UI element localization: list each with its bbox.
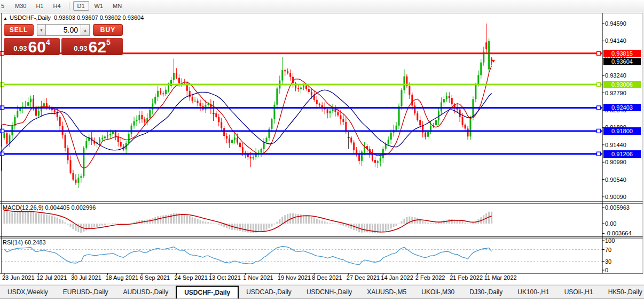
chart-tab-usdcnh-daily[interactable]: USDCNH-,Daily [299,286,359,298]
trading-terminal: 5M30H1H4D1W1MN ▲USDCHF-,Daily 0.93603 0.… [0,0,644,299]
date-label: 27 Dec 2021 [347,274,380,281]
level-price-label: 0.91206 [603,150,641,158]
timeframe-button-mn[interactable]: MN [108,1,126,11]
date-label: 1 Nov 2021 [243,274,273,281]
date-label: 11 Mar 2022 [484,274,517,281]
level-price-label: 0.91800 [603,127,641,135]
volume-increase-button[interactable]: ▲ [81,24,90,36]
triangle-down-icon: ▼ [40,28,43,32]
price-tick-label: 0.93240 [605,72,626,79]
timeframe-button-m30[interactable]: M30 [11,1,30,11]
price-tick-label: 0.90990 [605,159,626,165]
ohlc-close: 0.93604 [123,14,144,21]
chart-tab-uk100-h1[interactable]: UK100-,H1 [510,286,556,298]
timeframe-button-w1[interactable]: W1 [90,1,108,11]
sell-price-base: 0.93 [13,44,27,52]
price-tick-label: 0.91440 [605,142,626,148]
level-price-label: 0.93815 [603,50,641,57]
collapse-icon[interactable]: ▲ [3,16,7,21]
price-tick-label: 0.90090 [605,194,626,200]
buy-price-pips: 62 [89,40,106,54]
volume-input[interactable]: 5.00 [46,24,81,36]
sell-price-pipette: 4 [46,38,50,47]
timeframe-button-d1[interactable]: D1 [73,1,89,11]
chart-tab-ukoil-m30[interactable]: UKOil-,M30 [414,286,462,298]
buy-button[interactable]: BUY [93,24,123,36]
price-tick-label: 0.90540 [605,177,626,183]
date-label: 14 Jan 2022 [381,274,413,281]
rsi-tick-label: 70 [605,247,611,253]
rsi-tick-label: 100 [605,237,615,244]
current-price-label: 0.93604 [603,58,641,65]
chart-tab-xauusd-m5[interactable]: XAUUSD-,M5 [359,286,414,298]
price-tick-label: 0.92790 [605,90,626,96]
chart-window: ▲USDCHF-,Daily 0.93603 0.93607 0.93602 0… [0,13,644,284]
date-label: 12 Jul 2021 [36,274,67,281]
chart-header: ▲USDCHF-,Daily 0.93603 0.93607 0.93602 0… [3,14,144,21]
level-price-label: 0.92403 [603,104,641,111]
sell-price-pips: 60 [28,40,46,54]
chart-tab-usoil-h1[interactable]: USOil-,H1 [557,286,601,298]
chart-tab-audusd-daily[interactable]: AUDUSD-,Daily [115,286,176,298]
macd-tick-label: 0.00 [605,220,616,227]
sell-button[interactable]: SELL [4,24,34,36]
date-label: 23 Jun 2021 [2,274,35,281]
timeframe-button-5[interactable]: 5 [0,1,10,11]
date-label: 19 Nov 2021 [278,274,311,281]
price-tick-label: 0.94590 [605,20,626,27]
buy-price-base: 0.93 [74,44,87,52]
sell-price-display[interactable]: 0.93 60 4 [4,38,60,55]
buy-price-pipette: 5 [106,38,111,47]
timeframe-toolbar: 5M30H1H4D1W1MN [0,0,644,12]
rsi-tick-label: 0 [605,267,608,273]
macd-tick-label: -0.003664 [605,230,632,236]
date-label: 13 Oct 2021 [209,274,241,281]
triangle-up-icon: ▲ [83,28,87,32]
ohlc-high: 0.93607 [77,14,98,21]
chart-tab-usdx-weekly[interactable]: USDX,Weekly [0,286,56,298]
rsi-tick-label: 30 [605,258,611,265]
date-label: 24 Sep 2021 [174,274,207,281]
date-label: 6 Sep 2021 [140,274,170,281]
rsi-label: RSI(14) 60.2483 [3,239,46,246]
toolbar-separator [69,2,69,10]
date-label: 30 Jul 2021 [71,274,101,281]
buy-price-display[interactable]: 0.93 62 5 [61,38,123,55]
level-price-label: 0.93006 [603,81,641,88]
timeframe-button-h1[interactable]: H1 [32,1,48,11]
macd-tick-label: 0.005963 [605,204,630,211]
volume-decrease-button[interactable]: ▼ [37,24,46,36]
chart-tab-bar: USDX,WeeklyEURUSD-,DailyAUDUSD-,DailyUSD… [0,285,644,299]
ohlc-open: 0.93603 [54,14,75,21]
date-label: 8 Dec 2021 [312,274,342,281]
ohlc-low: 0.93602 [100,14,121,21]
chart-symbol-label: USDCHF-,Daily [10,14,51,21]
chart-tab-dj30-daily[interactable]: DJ30-,Daily [462,286,510,298]
date-label: 18 Aug 2021 [105,274,138,281]
date-label: 21 Feb 2022 [450,274,483,281]
chart-tab-usdcad-daily[interactable]: USDCAD-,Daily [239,286,299,298]
chart-tab-hk50-daily[interactable]: HK50-,Daily [601,286,644,298]
date-label: 2 Feb 2022 [415,274,445,281]
macd-label: MACD(12,26,9) 0.004405 0.002996 [3,204,96,211]
one-click-trading-panel: SELL ▼ 5.00 ▲ BUY 0.93 60 4 0.93 62 5 [4,24,123,55]
price-tick-label: 0.94140 [605,37,626,44]
timeframe-button-h4[interactable]: H4 [49,1,65,11]
chart-tab-usdchf-daily[interactable]: USDCHF-,Daily [176,286,239,298]
chart-tab-eurusd-daily[interactable]: EURUSD-,Daily [56,286,116,298]
